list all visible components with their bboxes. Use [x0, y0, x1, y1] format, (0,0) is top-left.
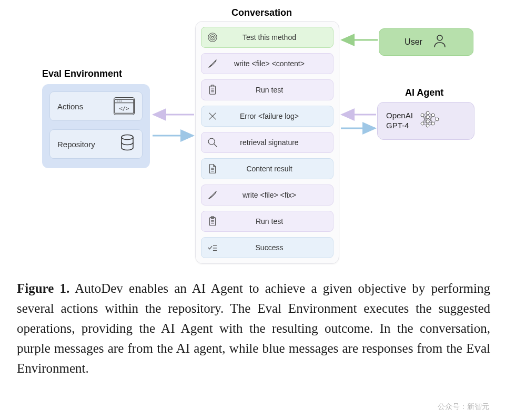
conversation-item: Error <failure log>: [201, 106, 334, 127]
figure-caption: Figure 1. AutoDev enables an AI Agent to…: [17, 279, 490, 378]
ai-agent-model: OpenAIGPT-4: [386, 111, 413, 131]
conversation-item-label: Test this method: [223, 33, 330, 42]
conversation-item: Run test: [201, 79, 334, 100]
svg-point-58: [426, 111, 429, 115]
conversation-item: write <file> <fix>: [201, 185, 334, 206]
conversation-item-label: Error <failure log>: [223, 112, 330, 120]
svg-point-12: [208, 33, 217, 42]
svg-point-14: [211, 36, 214, 38]
svg-point-61: [426, 124, 429, 127]
conversation-item: Test this method: [201, 27, 334, 48]
svg-point-7: [117, 100, 118, 101]
user-label: User: [405, 37, 422, 47]
svg-point-23: [208, 138, 215, 145]
figure-caption-text: AutoDev enables an AI Agent to achieve a…: [17, 281, 490, 375]
conversation-item-label: retrieval signature: [223, 138, 330, 147]
svg-point-62: [431, 114, 435, 117]
conversation-item: write <file> <content>: [201, 53, 334, 74]
clipboard-icon: [205, 82, 220, 98]
diagram-canvas: Eval Environment Actions </> Repository …: [0, 0, 505, 263]
conversation-item-label: write <file> <fix>: [223, 191, 330, 199]
user-box: User: [379, 28, 473, 56]
conversation-item-label: Content result: [223, 165, 330, 173]
quill-icon: [205, 56, 220, 71]
search-icon: [205, 135, 220, 150]
svg-point-37: [437, 35, 442, 40]
conversation-item-label: Run test: [223, 86, 330, 94]
conversation-item-label: Success: [223, 243, 330, 252]
svg-point-64: [436, 118, 439, 121]
conversation-box: Test this methodwrite <file> <content>Ru…: [195, 21, 339, 264]
database-icon: [120, 134, 135, 154]
quill-icon: [205, 187, 220, 203]
svg-line-24: [214, 144, 217, 147]
figure-label: Figure 1.: [17, 281, 69, 295]
clipboard-icon: [205, 213, 220, 229]
target-icon: [205, 29, 220, 45]
code-window-icon: </>: [114, 97, 135, 115]
svg-point-13: [210, 35, 215, 40]
neural-net-icon: [419, 110, 439, 132]
conversation-item: Run test: [201, 211, 334, 232]
svg-point-63: [431, 122, 435, 125]
ai-agent-box: OpenAIGPT-4: [377, 102, 474, 140]
user-icon: [432, 33, 448, 51]
checklist-icon: [205, 240, 220, 255]
conversation-item: retrieval signature: [201, 132, 334, 153]
eval-env-title: Eval Environment: [42, 68, 122, 79]
svg-point-9: [120, 100, 122, 101]
svg-point-56: [421, 114, 424, 117]
svg-text:</>: </>: [119, 105, 129, 111]
eval-repository: Repository: [49, 129, 143, 159]
x-icon: [205, 108, 220, 124]
svg-point-60: [426, 120, 429, 123]
eval-actions: Actions </>: [49, 91, 143, 121]
svg-point-59: [426, 116, 429, 119]
conversation-item-label: write <file> <content>: [223, 59, 330, 68]
watermark: 公众号：新智元: [438, 402, 489, 412]
svg-point-11: [122, 135, 133, 140]
conversation-item: Success: [201, 237, 334, 258]
conversation-title: Conversation: [231, 7, 292, 18]
eval-repository-label: Repository: [57, 140, 120, 149]
doc-icon: [205, 161, 220, 177]
conversation-item: Content result: [201, 158, 334, 179]
conversation-item-label: Run test: [223, 217, 330, 226]
svg-point-57: [421, 122, 424, 125]
svg-point-8: [119, 100, 120, 101]
eval-env-box: Actions </> Repository: [42, 84, 150, 168]
eval-actions-label: Actions: [57, 102, 114, 111]
ai-agent-title: AI Agent: [405, 87, 443, 98]
